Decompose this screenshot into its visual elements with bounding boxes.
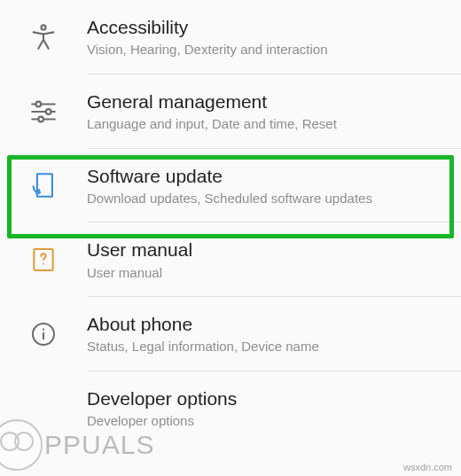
watermark-right-text: wsxdn.com	[403, 462, 452, 472]
text-wrap: Software update Download updates, Schedu…	[87, 165, 461, 207]
icon-wrap	[0, 170, 87, 200]
info-icon	[29, 320, 58, 348]
svg-point-6	[38, 116, 43, 121]
text-wrap: About phone Status, Legal information, D…	[87, 313, 461, 355]
sliders-icon	[28, 97, 59, 127]
item-subtitle: Status, Legal information, Device name	[87, 338, 450, 355]
icon-wrap	[0, 320, 87, 348]
text-wrap: Developer options Developer options	[87, 387, 461, 430]
settings-item-developer-options[interactable]: Developer options Developer options	[0, 371, 461, 445]
settings-item-about-phone[interactable]: About phone Status, Legal information, D…	[0, 297, 461, 371]
settings-item-user-manual[interactable]: User manual User manual	[0, 222, 461, 296]
text-wrap: Accessibility Vision, Hearing, Dexterity…	[87, 16, 461, 59]
svg-point-8	[43, 263, 44, 265]
icon-wrap	[0, 22, 87, 52]
text-wrap: User manual User manual	[87, 238, 461, 281]
item-subtitle: Developer options	[87, 412, 450, 430]
item-subtitle: User manual	[87, 264, 450, 282]
text-wrap: General management Language and input, D…	[87, 90, 461, 133]
settings-item-accessibility[interactable]: Accessibility Vision, Hearing, Dexterity…	[0, 0, 461, 74]
svg-point-4	[46, 109, 51, 114]
icon-wrap	[0, 246, 87, 274]
item-title: Developer options	[87, 387, 450, 410]
svg-point-2	[36, 101, 42, 106]
settings-item-software-update[interactable]: Software update Download updates, Schedu…	[0, 149, 461, 222]
item-subtitle: Language and input, Date and time, Reset	[87, 115, 450, 133]
item-title: General management	[87, 90, 450, 113]
item-title: User manual	[87, 238, 450, 261]
accessibility-icon	[28, 22, 59, 52]
svg-point-0	[41, 25, 45, 29]
item-subtitle: Download updates, Scheduled software upd…	[87, 190, 450, 207]
manual-icon	[29, 246, 58, 274]
svg-point-10	[43, 328, 44, 330]
item-subtitle: Vision, Hearing, Dexterity and interacti…	[87, 41, 450, 59]
settings-list: Accessibility Vision, Hearing, Dexterity…	[0, 0, 461, 445]
item-title: About phone	[87, 313, 450, 336]
item-title: Accessibility	[87, 16, 450, 39]
update-icon	[28, 170, 59, 200]
item-title: Software update	[87, 165, 450, 188]
icon-wrap	[0, 97, 87, 127]
settings-item-general-management[interactable]: General management Language and input, D…	[0, 74, 461, 148]
